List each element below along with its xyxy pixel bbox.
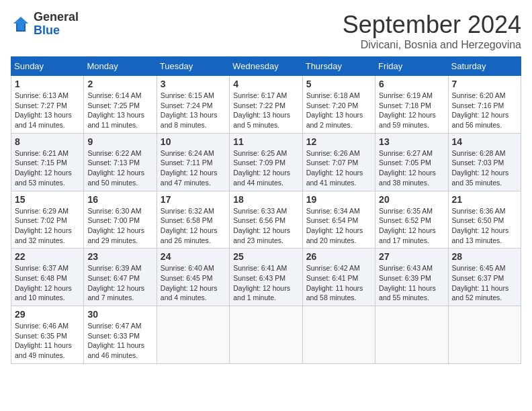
day-number: 3	[161, 79, 226, 89]
day-number: 8	[15, 136, 80, 147]
day-cell: 16Sunrise: 6:30 AMSunset: 7:00 PMDayligh…	[84, 191, 157, 248]
day-info: Sunrise: 6:18 AMSunset: 7:20 PMDaylight:…	[306, 91, 371, 130]
day-cell: 8Sunrise: 6:21 AMSunset: 7:15 PMDaylight…	[11, 133, 84, 191]
day-info: Sunrise: 6:47 AMSunset: 6:33 PMDaylight:…	[87, 321, 152, 361]
page-header: General Blue September 2024 Divicani, Bo…	[11, 11, 521, 51]
day-info: Sunrise: 6:29 AMSunset: 7:02 PMDaylight:…	[15, 206, 80, 246]
day-info: Sunrise: 6:33 AMSunset: 6:56 PMDaylight:…	[233, 206, 298, 246]
day-cell	[448, 306, 521, 364]
day-number: 9	[87, 136, 152, 147]
col-header-saturday: Saturday	[448, 57, 521, 76]
day-number: 2	[87, 79, 152, 89]
day-number: 24	[161, 251, 226, 262]
logo-icon	[11, 14, 31, 34]
day-info: Sunrise: 6:13 AMSunset: 7:27 PMDaylight:…	[15, 91, 80, 130]
day-info: Sunrise: 6:40 AMSunset: 6:45 PMDaylight:…	[161, 263, 226, 303]
logo: General Blue	[11, 11, 79, 38]
day-info: Sunrise: 6:17 AMSunset: 7:22 PMDaylight:…	[233, 91, 298, 130]
day-cell: 18Sunrise: 6:33 AMSunset: 6:56 PMDayligh…	[230, 191, 302, 248]
day-info: Sunrise: 6:20 AMSunset: 7:16 PMDaylight:…	[452, 91, 517, 130]
day-cell: 23Sunrise: 6:39 AMSunset: 6:47 PMDayligh…	[84, 248, 157, 306]
day-info: Sunrise: 6:14 AMSunset: 7:25 PMDaylight:…	[87, 91, 152, 130]
day-cell: 28Sunrise: 6:45 AMSunset: 6:37 PMDayligh…	[448, 248, 521, 306]
day-cell: 13Sunrise: 6:27 AMSunset: 7:05 PMDayligh…	[375, 133, 448, 191]
title-block: September 2024 Divicani, Bosnia and Herz…	[343, 11, 521, 51]
day-number: 21	[452, 194, 517, 205]
day-cell: 15Sunrise: 6:29 AMSunset: 7:02 PMDayligh…	[11, 191, 84, 248]
day-cell: 27Sunrise: 6:43 AMSunset: 6:39 PMDayligh…	[375, 248, 448, 306]
day-cell: 19Sunrise: 6:34 AMSunset: 6:54 PMDayligh…	[302, 191, 375, 248]
day-cell: 7Sunrise: 6:20 AMSunset: 7:16 PMDaylight…	[448, 76, 521, 134]
day-number: 17	[161, 194, 226, 205]
day-number: 15	[15, 194, 80, 205]
day-cell: 4Sunrise: 6:17 AMSunset: 7:22 PMDaylight…	[230, 76, 302, 134]
day-cell: 1Sunrise: 6:13 AMSunset: 7:27 PMDaylight…	[11, 76, 84, 134]
month-title: September 2024	[343, 11, 521, 39]
day-info: Sunrise: 6:35 AMSunset: 6:52 PMDaylight:…	[379, 206, 444, 246]
day-number: 20	[379, 194, 444, 205]
day-cell: 29Sunrise: 6:46 AMSunset: 6:35 PMDayligh…	[11, 306, 84, 364]
week-row-2: 8Sunrise: 6:21 AMSunset: 7:15 PMDaylight…	[11, 133, 521, 191]
day-info: Sunrise: 6:45 AMSunset: 6:37 PMDaylight:…	[452, 263, 517, 303]
day-number: 5	[306, 79, 371, 89]
day-info: Sunrise: 6:42 AMSunset: 6:41 PMDaylight:…	[306, 263, 371, 303]
day-number: 28	[452, 251, 517, 262]
week-row-1: 1Sunrise: 6:13 AMSunset: 7:27 PMDaylight…	[11, 76, 521, 134]
day-cell: 22Sunrise: 6:37 AMSunset: 6:48 PMDayligh…	[11, 248, 84, 306]
day-cell: 2Sunrise: 6:14 AMSunset: 7:25 PMDaylight…	[84, 76, 157, 134]
day-info: Sunrise: 6:30 AMSunset: 7:00 PMDaylight:…	[87, 206, 152, 246]
day-cell: 21Sunrise: 6:36 AMSunset: 6:50 PMDayligh…	[448, 191, 521, 248]
day-info: Sunrise: 6:24 AMSunset: 7:11 PMDaylight:…	[161, 148, 226, 188]
day-number: 14	[452, 136, 517, 147]
day-number: 29	[15, 309, 80, 320]
day-number: 19	[306, 194, 371, 205]
day-number: 13	[379, 136, 444, 147]
calendar-header: SundayMondayTuesdayWednesdayThursdayFrid…	[11, 57, 521, 76]
day-info: Sunrise: 6:37 AMSunset: 6:48 PMDaylight:…	[15, 263, 80, 303]
day-cell: 25Sunrise: 6:41 AMSunset: 6:43 PMDayligh…	[230, 248, 302, 306]
col-header-sunday: Sunday	[11, 57, 84, 76]
day-cell: 30Sunrise: 6:47 AMSunset: 6:33 PMDayligh…	[84, 306, 157, 364]
day-number: 18	[233, 194, 298, 205]
day-cell: 12Sunrise: 6:26 AMSunset: 7:07 PMDayligh…	[302, 133, 375, 191]
day-info: Sunrise: 6:19 AMSunset: 7:18 PMDaylight:…	[379, 91, 444, 130]
day-number: 10	[161, 136, 226, 147]
day-info: Sunrise: 6:27 AMSunset: 7:05 PMDaylight:…	[379, 148, 444, 188]
col-header-friday: Friday	[375, 57, 448, 76]
day-cell: 26Sunrise: 6:42 AMSunset: 6:41 PMDayligh…	[302, 248, 375, 306]
day-number: 12	[306, 136, 371, 147]
week-row-4: 22Sunrise: 6:37 AMSunset: 6:48 PMDayligh…	[11, 248, 521, 306]
col-header-wednesday: Wednesday	[230, 57, 302, 76]
day-info: Sunrise: 6:36 AMSunset: 6:50 PMDaylight:…	[452, 206, 517, 246]
day-cell: 11Sunrise: 6:25 AMSunset: 7:09 PMDayligh…	[230, 133, 302, 191]
day-info: Sunrise: 6:25 AMSunset: 7:09 PMDaylight:…	[233, 148, 298, 188]
col-header-monday: Monday	[84, 57, 157, 76]
calendar-body: 1Sunrise: 6:13 AMSunset: 7:27 PMDaylight…	[11, 76, 521, 364]
day-info: Sunrise: 6:41 AMSunset: 6:43 PMDaylight:…	[233, 263, 298, 303]
day-cell	[375, 306, 448, 364]
day-number: 30	[87, 309, 152, 320]
day-info: Sunrise: 6:46 AMSunset: 6:35 PMDaylight:…	[15, 321, 80, 361]
col-header-thursday: Thursday	[302, 57, 375, 76]
week-row-5: 29Sunrise: 6:46 AMSunset: 6:35 PMDayligh…	[11, 306, 521, 364]
calendar-table: SundayMondayTuesdayWednesdayThursdayFrid…	[11, 56, 521, 364]
day-cell: 10Sunrise: 6:24 AMSunset: 7:11 PMDayligh…	[157, 133, 229, 191]
day-number: 22	[15, 251, 80, 262]
day-cell: 6Sunrise: 6:19 AMSunset: 7:18 PMDaylight…	[375, 76, 448, 134]
day-info: Sunrise: 6:28 AMSunset: 7:03 PMDaylight:…	[452, 148, 517, 188]
logo-text: General Blue	[34, 11, 79, 38]
day-number: 23	[87, 251, 152, 262]
day-cell: 5Sunrise: 6:18 AMSunset: 7:20 PMDaylight…	[302, 76, 375, 134]
day-cell: 14Sunrise: 6:28 AMSunset: 7:03 PMDayligh…	[448, 133, 521, 191]
day-info: Sunrise: 6:26 AMSunset: 7:07 PMDaylight:…	[306, 148, 371, 188]
day-cell	[230, 306, 302, 364]
day-info: Sunrise: 6:43 AMSunset: 6:39 PMDaylight:…	[379, 263, 444, 303]
day-cell	[302, 306, 375, 364]
day-cell: 24Sunrise: 6:40 AMSunset: 6:45 PMDayligh…	[157, 248, 229, 306]
week-row-3: 15Sunrise: 6:29 AMSunset: 7:02 PMDayligh…	[11, 191, 521, 248]
day-info: Sunrise: 6:21 AMSunset: 7:15 PMDaylight:…	[15, 148, 80, 188]
svg-marker-1	[13, 17, 28, 30]
day-info: Sunrise: 6:39 AMSunset: 6:47 PMDaylight:…	[87, 263, 152, 303]
day-number: 26	[306, 251, 371, 262]
day-number: 4	[233, 79, 298, 89]
